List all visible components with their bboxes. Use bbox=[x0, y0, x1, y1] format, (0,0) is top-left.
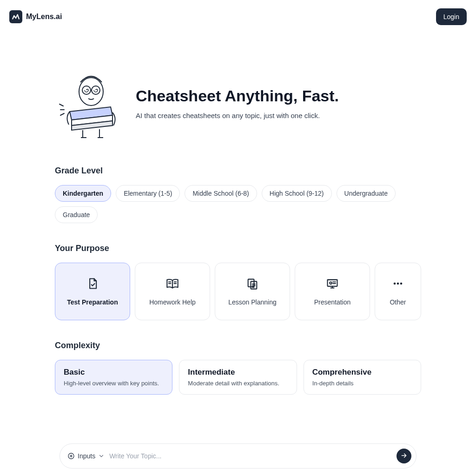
grade-level-title: Grade Level bbox=[55, 166, 421, 176]
complexity-card-title: Basic bbox=[64, 368, 164, 377]
hero-subtitle: AI that creates cheatsheets on any topic… bbox=[136, 112, 339, 119]
complexity-card-desc: High-level overview with key points. bbox=[64, 380, 164, 387]
brand-logo[interactable]: MyLens.ai bbox=[9, 10, 62, 23]
brand-mark-icon bbox=[9, 10, 22, 23]
purpose-label: Lesson Planning bbox=[228, 298, 277, 306]
purpose-label: Other bbox=[390, 298, 406, 306]
inputs-dropdown[interactable]: Inputs bbox=[67, 452, 105, 460]
complexity-card-desc: In-depth details bbox=[312, 380, 412, 387]
grade-option-high[interactable]: High School (9-12) bbox=[262, 185, 332, 202]
complexity-card-desc: Moderate detail with explanations. bbox=[188, 380, 288, 387]
inputs-label: Inputs bbox=[78, 452, 95, 460]
purpose-presentation[interactable]: Presentation bbox=[295, 263, 370, 320]
purpose-lesson-planning[interactable]: Lesson Planning bbox=[215, 263, 290, 320]
purpose-title: Your Purpose bbox=[55, 244, 421, 253]
presentation-icon bbox=[326, 277, 339, 290]
document-check-icon bbox=[86, 277, 99, 290]
purpose-label: Test Preparation bbox=[67, 298, 118, 306]
purpose-homework-help[interactable]: Homework Help bbox=[135, 263, 210, 320]
svg-rect-10 bbox=[328, 280, 337, 286]
purpose-test-preparation[interactable]: Test Preparation bbox=[55, 263, 130, 320]
grade-option-elementary[interactable]: Elementary (1-5) bbox=[116, 185, 180, 202]
brand-name: MyLens.ai bbox=[26, 13, 62, 21]
complexity-card-title: Comprehensive bbox=[312, 368, 412, 377]
svg-point-12 bbox=[394, 283, 396, 285]
purpose-label: Presentation bbox=[314, 298, 351, 306]
svg-point-14 bbox=[400, 283, 403, 285]
complexity-intermediate[interactable]: Intermediate Moderate detail with explan… bbox=[179, 360, 297, 395]
purpose-label: Homework Help bbox=[149, 298, 196, 306]
dots-icon bbox=[391, 277, 404, 290]
complexity-basic[interactable]: Basic High-level overview with key point… bbox=[55, 360, 172, 395]
book-open-icon bbox=[166, 277, 179, 290]
topic-input[interactable] bbox=[109, 452, 392, 460]
svg-point-11 bbox=[330, 282, 332, 284]
grade-option-graduate[interactable]: Graduate bbox=[55, 206, 98, 223]
clipboard-icon bbox=[246, 277, 259, 290]
complexity-comprehensive[interactable]: Comprehensive In-depth details bbox=[304, 360, 421, 395]
plus-circle-icon bbox=[67, 452, 75, 460]
hero-illustration bbox=[55, 66, 125, 140]
svg-point-13 bbox=[397, 283, 399, 285]
grade-option-kindergarten[interactable]: Kindergarten bbox=[55, 185, 111, 202]
purpose-other[interactable]: Other bbox=[375, 263, 421, 320]
complexity-card-title: Intermediate bbox=[188, 368, 288, 377]
arrow-right-icon bbox=[400, 452, 408, 461]
complexity-title: Complexity bbox=[55, 341, 421, 350]
login-button[interactable]: Login bbox=[436, 8, 467, 25]
grade-option-undergrad[interactable]: Undergraduate bbox=[337, 185, 396, 202]
topic-input-bar: Inputs bbox=[60, 443, 416, 469]
submit-button[interactable] bbox=[397, 449, 411, 463]
chevron-down-icon bbox=[98, 453, 105, 459]
hero-title: Cheatsheet Anything, Fast. bbox=[136, 87, 339, 105]
grade-option-middle[interactable]: Middle School (6-8) bbox=[185, 185, 257, 202]
